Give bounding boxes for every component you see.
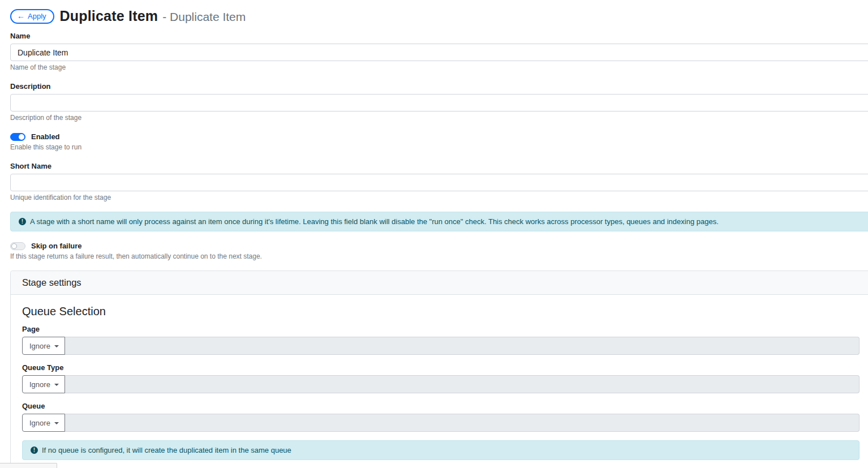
toggle-knob bbox=[11, 243, 17, 249]
queue-info-text: If no queue is configured, it will creat… bbox=[42, 446, 291, 454]
queue-info-alert: ! If no queue is configured, it will cre… bbox=[22, 440, 860, 460]
description-label: Description bbox=[10, 82, 868, 91]
skip-on-failure-field-group: Skip on failure If this stage returns a … bbox=[10, 242, 868, 260]
queue-label: Queue bbox=[22, 402, 860, 410]
queue-value-field bbox=[65, 414, 860, 432]
queue-selector-group: Queue Ignore bbox=[22, 402, 860, 432]
browser-status-bar bbox=[0, 463, 57, 468]
short-name-field-group: Short Name Unique identification for the… bbox=[10, 162, 868, 201]
short-name-input[interactable] bbox=[10, 174, 868, 191]
enabled-toggle[interactable] bbox=[10, 133, 25, 141]
queue-type-dropdown-label: Ignore bbox=[29, 380, 50, 389]
page-ignore-dropdown[interactable]: Ignore bbox=[22, 337, 65, 355]
page-label: Page bbox=[22, 325, 860, 333]
back-apply-button[interactable]: ← Apply bbox=[10, 9, 54, 24]
enabled-help-text: Enable this stage to run bbox=[10, 143, 868, 151]
info-circle-icon: ! bbox=[19, 218, 26, 225]
page-value-field bbox=[65, 337, 860, 355]
queue-type-label: Queue Type bbox=[22, 363, 860, 372]
short-name-info-alert: ! A stage with a short name will only pr… bbox=[10, 212, 868, 231]
stage-settings-card: Stage settings Queue Selection Page Igno… bbox=[10, 271, 868, 468]
info-circle-icon: ! bbox=[31, 446, 38, 454]
queue-type-value-field bbox=[65, 375, 860, 393]
queue-type-selector-group: Queue Type Ignore bbox=[22, 363, 860, 393]
back-apply-label: Apply bbox=[28, 12, 46, 20]
page-title: Duplicate Item bbox=[60, 8, 158, 24]
page-selector-group: Page Ignore bbox=[22, 325, 860, 355]
skip-on-failure-toggle[interactable] bbox=[10, 242, 25, 250]
stage-settings-card-body: Queue Selection Page Ignore Queue Type bbox=[11, 295, 868, 468]
description-help-text: Description of the stage bbox=[10, 114, 868, 122]
name-label: Name bbox=[10, 32, 868, 40]
queue-type-ignore-dropdown[interactable]: Ignore bbox=[22, 375, 65, 393]
skip-on-failure-help-text: If this stage returns a failure result, … bbox=[10, 252, 868, 260]
short-name-label: Short Name bbox=[10, 162, 868, 170]
stage-settings-card-header: Stage settings bbox=[11, 271, 868, 295]
back-arrow-icon: ← bbox=[17, 12, 25, 20]
page-dropdown-label: Ignore bbox=[29, 342, 50, 350]
queue-dropdown-label: Ignore bbox=[29, 419, 50, 427]
enabled-label: Enabled bbox=[31, 132, 60, 141]
toggle-knob bbox=[19, 134, 24, 140]
caret-down-icon bbox=[54, 422, 59, 424]
queue-selection-heading: Queue Selection bbox=[22, 305, 860, 318]
description-input[interactable] bbox=[10, 94, 868, 111]
page-subtitle: - Duplicate Item bbox=[162, 10, 246, 24]
caret-down-icon bbox=[54, 384, 59, 386]
description-field-group: Description Description of the stage bbox=[10, 82, 868, 122]
page-header: ← Apply Duplicate Item - Duplicate Item bbox=[10, 8, 868, 24]
short-name-info-text: A stage with a short name will only proc… bbox=[30, 217, 719, 226]
short-name-help-text: Unique identification for the stage bbox=[10, 194, 868, 201]
enabled-field-group: Enabled Enable this stage to run bbox=[10, 132, 868, 151]
stage-config-page: ← Apply Duplicate Item - Duplicate Item … bbox=[0, 0, 868, 468]
name-input[interactable] bbox=[10, 44, 868, 61]
name-help-text: Name of the stage bbox=[10, 63, 868, 71]
queue-ignore-dropdown[interactable]: Ignore bbox=[22, 414, 65, 432]
caret-down-icon bbox=[54, 345, 59, 347]
skip-on-failure-label: Skip on failure bbox=[31, 242, 82, 250]
name-field-group: Name Name of the stage bbox=[10, 32, 868, 71]
